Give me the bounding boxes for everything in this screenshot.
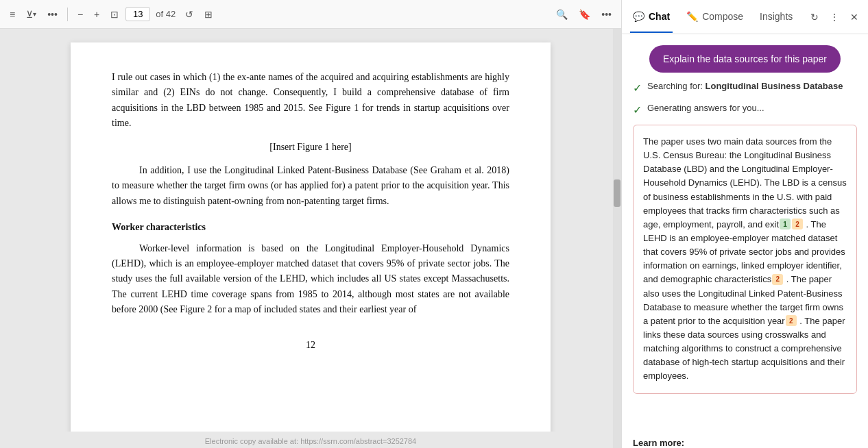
check-icon-2: ✓: [633, 103, 642, 116]
citation-badge-1[interactable]: 1: [780, 219, 791, 229]
pdf-content: I rule out cases in which (1) the ex-ant…: [0, 29, 621, 432]
more-chat-button[interactable]: ⋮: [825, 9, 843, 25]
pdf-heading-worker: Worker characteristics: [112, 220, 509, 235]
answer-box: The paper uses two main data sources fro…: [633, 125, 857, 394]
filter-icon: ⊻: [26, 9, 33, 20]
two-page-icon: ⊞: [204, 9, 213, 20]
rotate-icon: ↺: [185, 9, 193, 20]
zoom-out-button[interactable]: −: [73, 6, 87, 23]
chat-tab-icon: 💬: [633, 11, 644, 22]
more-icon2: •••: [601, 9, 612, 20]
more-options-button1[interactable]: •••: [43, 6, 62, 23]
chat-panel: 💬 Chat ✏️ Compose Insights ↻ ⋮ ✕ Explain…: [621, 0, 868, 448]
status-text-1: Searching for: Longitudinal Business Dat…: [647, 81, 843, 91]
search-button[interactable]: 🔍: [552, 6, 572, 23]
more-options-button2[interactable]: •••: [597, 6, 616, 23]
chat-body: Explain the data sources for this paper …: [622, 34, 868, 430]
list-icon: ≡: [10, 9, 15, 20]
list-view-button[interactable]: ≡: [5, 6, 19, 23]
zoom-out-icon: −: [77, 9, 83, 20]
tab-chat[interactable]: 💬 Chat: [630, 1, 673, 33]
rotate-button[interactable]: ↺: [181, 6, 197, 23]
zoom-in-button[interactable]: +: [90, 6, 104, 23]
pdf-page-number: 12: [112, 338, 509, 353]
refresh-button[interactable]: ↻: [806, 9, 823, 25]
fit-icon: ⊡: [110, 9, 119, 20]
pdf-page: I rule out cases in which (1) the ex-ant…: [71, 42, 551, 432]
chat-tab-label: Chat: [649, 11, 670, 22]
learn-more-label: Learn more:: [633, 438, 684, 448]
citation-badge-2c[interactable]: 2: [786, 315, 797, 326]
pdf-para-worker: Worker-level information is based on the…: [112, 241, 509, 318]
check-icon-1: ✓: [633, 82, 642, 95]
pdf-footer: Electronic copy available at: https://ss…: [0, 432, 621, 448]
answer-text-1: The paper uses two main data sources fro…: [643, 136, 847, 229]
citation-badge-2b[interactable]: 2: [772, 274, 783, 285]
insights-tab-label: Insights: [760, 11, 793, 22]
query-bubble: Explain the data sources for this paper: [649, 45, 841, 73]
more-chat-icon: ⋮: [830, 12, 839, 23]
learn-more-section: Learn more:: [622, 430, 868, 448]
two-page-button[interactable]: ⊞: [200, 6, 217, 23]
chat-header: 💬 Chat ✏️ Compose Insights ↻ ⋮ ✕: [622, 0, 868, 34]
page-of-label: of 42: [156, 9, 176, 19]
search-icon: 🔍: [556, 9, 568, 20]
filter-button[interactable]: ⊻ ▾: [22, 6, 40, 23]
pdf-toolbar: ≡ ⊻ ▾ ••• − + ⊡ of 42 ↺ ⊞ 🔍: [0, 0, 621, 29]
more-icon1: •••: [47, 9, 58, 20]
status-generating: ✓ Generating answers for you...: [633, 103, 857, 116]
status-searching: ✓ Searching for: Longitudinal Business D…: [633, 81, 857, 95]
separator1: [67, 8, 68, 21]
close-icon: ✕: [850, 12, 858, 23]
compose-tab-label: Compose: [702, 11, 743, 22]
compose-tab-icon: ✏️: [686, 11, 698, 22]
pdf-panel: ≡ ⊻ ▾ ••• − + ⊡ of 42 ↺ ⊞ 🔍: [0, 0, 621, 448]
bookmark-icon: 🔖: [579, 9, 590, 20]
pdf-para-1: I rule out cases in which (1) the ex-ant…: [112, 70, 509, 132]
fit-page-button[interactable]: ⊡: [106, 6, 123, 23]
pdf-para-2: In addition, I use the Longitudinal Link…: [112, 163, 509, 209]
citation-badge-2a[interactable]: 2: [792, 219, 803, 229]
pdf-insert-figure: [Insert Figure 1 here]: [112, 140, 509, 155]
tab-insights[interactable]: Insights: [757, 1, 795, 33]
dropdown-icon: ▾: [33, 10, 36, 18]
pdf-scrollbar-thumb[interactable]: [614, 179, 620, 207]
bookmark-button[interactable]: 🔖: [575, 6, 594, 23]
refresh-icon: ↻: [810, 12, 819, 23]
pdf-scrollbar[interactable]: [613, 29, 621, 448]
close-chat-button[interactable]: ✕: [846, 9, 863, 25]
status-text-2: Generating answers for you...: [647, 103, 764, 113]
page-number-input[interactable]: [125, 7, 150, 21]
tab-compose[interactable]: ✏️ Compose: [684, 1, 746, 33]
zoom-in-icon: +: [94, 9, 99, 20]
chat-header-actions: ↻ ⋮ ✕: [806, 9, 863, 25]
